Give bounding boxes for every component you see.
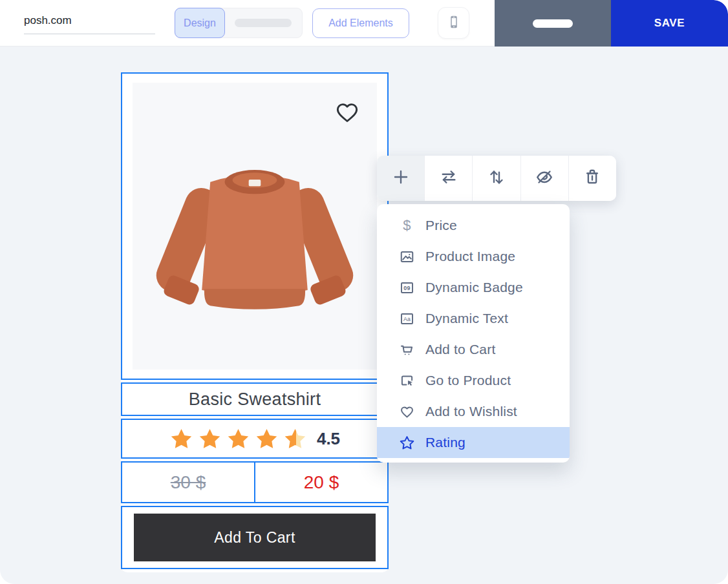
full-star-icon <box>255 427 279 451</box>
menu-item-go-to-product[interactable]: Go to Product <box>377 365 570 396</box>
product-title: Basic Sweatshirt <box>189 390 321 410</box>
eye-off-icon <box>535 167 554 189</box>
add-element-button[interactable] <box>377 156 425 201</box>
tab-placeholder[interactable] <box>224 8 302 37</box>
heart-icon <box>334 118 360 127</box>
current-price: 20 $ <box>255 463 387 502</box>
menu-item-rating[interactable]: Rating <box>377 427 570 458</box>
view-mode-tabs: Design <box>175 8 303 38</box>
top-toolbar: Design Add Elements SAVE <box>0 0 728 47</box>
full-star-icon <box>226 427 250 451</box>
swap-horizontal-button[interactable] <box>425 156 473 201</box>
menu-item-label: Product Image <box>425 249 515 264</box>
editor-window: Design Add Elements SAVE <box>0 0 728 584</box>
add-to-cart-button[interactable]: Add To Cart <box>134 514 376 561</box>
delete-element-button[interactable] <box>569 156 616 201</box>
badge-09-icon: 09 <box>398 279 415 296</box>
element-toolbar <box>377 156 616 201</box>
half-star-icon <box>283 427 307 451</box>
swap-horizontal-icon <box>439 167 458 189</box>
menu-item-label: Price <box>425 218 457 233</box>
menu-item-label: Add to Wishlist <box>425 404 517 419</box>
star-icon <box>398 434 415 451</box>
add-elements-button[interactable]: Add Elements <box>312 8 409 38</box>
dollar-icon: $ <box>398 217 415 234</box>
add-element-menu: $PriceProduct Image09Dynamic BadgeAaDyna… <box>377 204 570 463</box>
menu-item-dynamic-badge[interactable]: 09Dynamic Badge <box>377 272 570 303</box>
smartphone-icon <box>445 14 462 32</box>
old-price: 30 $ <box>122 463 255 502</box>
tab-design[interactable]: Design <box>175 8 225 38</box>
swap-vertical-button[interactable] <box>473 156 520 201</box>
secondary-action-button[interactable] <box>495 0 611 47</box>
product-card[interactable]: Basic Sweatshirt 4.5 30 $ 20 $ Add To Ca… <box>121 72 389 569</box>
product-price-block[interactable]: 30 $ 20 $ <box>121 461 389 503</box>
menu-item-label: Go to Product <box>425 373 511 388</box>
heart-icon <box>398 403 415 420</box>
menu-item-dynamic-text[interactable]: AaDynamic Text <box>377 303 570 334</box>
save-button[interactable]: SAVE <box>611 0 728 47</box>
menu-item-add-to-wishlist[interactable]: Add to Wishlist <box>377 396 570 427</box>
menu-item-add-to-cart[interactable]: Add to Cart <box>377 334 570 365</box>
plus-icon <box>391 167 411 189</box>
menu-item-product-image[interactable]: Product Image <box>377 241 570 272</box>
product-title-block[interactable]: Basic Sweatshirt <box>121 382 389 416</box>
full-star-icon <box>198 427 222 451</box>
product-image-sweatshirt <box>153 145 357 370</box>
go-to-product-icon <box>398 372 415 389</box>
menu-item-label: Dynamic Badge <box>425 280 523 295</box>
placeholder-pill <box>235 19 292 27</box>
menu-item-label: Add to Cart <box>425 342 495 357</box>
text-aa-icon: Aa <box>398 310 415 327</box>
svg-text:$: $ <box>403 218 411 233</box>
menu-item-label: Rating <box>425 435 466 450</box>
trash-icon <box>583 167 602 189</box>
menu-item-label: Dynamic Text <box>425 311 508 326</box>
add-to-cart-block[interactable]: Add To Cart <box>121 506 389 569</box>
mobile-preview-button[interactable] <box>438 7 469 39</box>
redacted-label-pill <box>533 19 573 28</box>
menu-item-price[interactable]: $Price <box>377 210 570 241</box>
wishlist-heart-button[interactable] <box>334 99 360 127</box>
product-image-block[interactable] <box>121 72 389 380</box>
star-rating <box>169 427 307 451</box>
editor-canvas: Basic Sweatshirt 4.5 30 $ 20 $ Add To Ca… <box>0 47 728 584</box>
rating-value: 4.5 <box>317 429 340 449</box>
swap-vertical-icon <box>487 167 506 189</box>
cart-icon <box>398 341 415 358</box>
image-icon <box>398 248 415 265</box>
product-photo <box>133 83 377 370</box>
site-url-input[interactable] <box>24 10 155 34</box>
full-star-icon <box>169 427 193 451</box>
svg-text:09: 09 <box>403 285 410 291</box>
hide-element-button[interactable] <box>521 156 569 201</box>
svg-text:Aa: Aa <box>403 315 410 322</box>
product-rating-block[interactable]: 4.5 <box>121 419 389 459</box>
